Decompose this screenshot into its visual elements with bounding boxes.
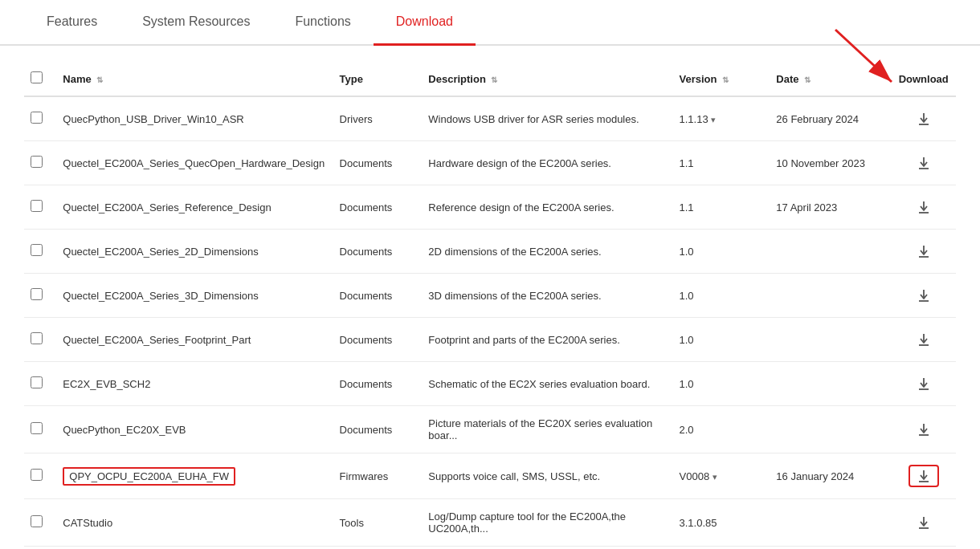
file-description: Log/Dump capture tool for the EC200A,the…	[422, 499, 672, 547]
version-dropdown-icon[interactable]: ▾	[711, 115, 716, 124]
row-checkbox[interactable]	[31, 515, 43, 527]
download-button[interactable]	[910, 329, 937, 350]
file-name: Quectel_EC200A_Series_QuecOpen_Hardware_…	[63, 157, 325, 169]
file-name: Quectel_EC200A_Series_2D_Dimensions	[63, 246, 259, 258]
file-description: Reference design of the EC200A series.	[422, 185, 672, 230]
row-checkbox[interactable]	[31, 156, 43, 168]
col-header-version[interactable]: Version ⇅	[673, 62, 770, 96]
tab-functions[interactable]: Functions	[272, 0, 373, 46]
file-type: Documents	[333, 141, 423, 185]
file-type: Documents	[333, 185, 423, 230]
file-name: Quectel_EC200A_Series_Reference_Design	[63, 201, 271, 214]
col-header-name[interactable]: Name ⇅	[56, 62, 333, 96]
file-type: Documents	[333, 230, 423, 274]
select-all-checkbox[interactable]	[31, 71, 43, 83]
download-button[interactable]	[910, 108, 937, 129]
file-type: Documents	[333, 318, 423, 362]
version-dropdown-icon[interactable]: ▾	[713, 472, 717, 482]
row-checkbox[interactable]	[31, 422, 43, 434]
col-header-download: Download	[891, 62, 956, 96]
file-version[interactable]: 1.1.13 ▾	[673, 96, 770, 141]
table-row: QuecPython_USB_Driver_Win10_ASRDriversWi…	[24, 96, 956, 141]
sort-icon-name: ⇅	[96, 75, 103, 84]
file-description: Footprint and parts of the EC200A series…	[422, 318, 672, 362]
table-row: Quectel_EC200A_Series_3D_DimensionsDocum…	[24, 274, 956, 318]
file-version: 1.0	[673, 230, 770, 274]
file-version: 1.0	[673, 362, 770, 406]
download-button[interactable]	[910, 512, 937, 533]
download-button[interactable]	[910, 152, 937, 173]
row-checkbox[interactable]	[31, 332, 43, 344]
file-type: Documents	[333, 274, 423, 318]
file-date: 17 April 2023	[770, 185, 891, 230]
tab-system-resources[interactable]: System Resources	[120, 0, 272, 46]
file-date: 10 November 2023	[770, 141, 891, 185]
file-type: Documents	[333, 406, 423, 453]
col-header-description[interactable]: Description ⇅	[422, 62, 672, 96]
download-icon	[917, 112, 931, 126]
col-header-date[interactable]: Date ⇅	[770, 62, 891, 96]
file-description: 3D dimensions of the EC200A series.	[422, 274, 672, 318]
file-name: Quectel_EC200A_Series_Footprint_Part	[63, 334, 251, 346]
col-header-checkbox	[24, 62, 56, 96]
file-type: Firmwares	[333, 453, 423, 499]
file-type: Documents	[333, 362, 423, 406]
file-version: 1.0	[673, 274, 770, 318]
tab-bar: FeaturesSystem ResourcesFunctionsDownloa…	[0, 0, 980, 46]
file-date	[770, 499, 891, 547]
file-description: Supports voice call, SMS, USSL, etc.	[422, 453, 672, 499]
table-row: CATStudioToolsLog/Dump capture tool for …	[24, 499, 956, 547]
row-checkbox[interactable]	[31, 200, 43, 212]
tabs-container: FeaturesSystem ResourcesFunctionsDownloa…	[0, 0, 980, 46]
file-name: CATStudio	[63, 517, 112, 529]
download-icon	[917, 376, 931, 391]
download-icon	[917, 422, 931, 437]
download-icon	[917, 288, 931, 303]
table-row: EC2X_EVB_SCH2DocumentsSchematic of the E…	[24, 362, 956, 406]
file-version: 1.1	[673, 141, 770, 185]
file-date	[770, 230, 891, 274]
row-checkbox[interactable]	[31, 376, 43, 388]
file-version: 3.1.0.85	[673, 499, 770, 547]
file-date	[770, 406, 891, 453]
download-icon	[917, 515, 931, 530]
file-name: QuecPython_USB_Driver_Win10_ASR	[63, 113, 243, 125]
file-version: 1.0	[673, 318, 770, 362]
file-description: Schematic of the EC2X series evaluation …	[422, 362, 672, 406]
download-button[interactable]	[909, 465, 939, 487]
download-icon	[917, 332, 931, 347]
file-name: EC2X_EVB_SCH2	[63, 378, 150, 390]
download-button[interactable]	[910, 241, 937, 262]
sort-icon-date: ⇅	[804, 75, 811, 84]
table-row: QuecPython_EC20X_EVBDocumentsPicture mat…	[24, 406, 956, 453]
file-date	[770, 274, 891, 318]
file-name: Quectel_EC200A_Series_3D_Dimensions	[63, 290, 259, 302]
row-checkbox[interactable]	[31, 469, 43, 481]
file-date	[770, 318, 891, 362]
file-version: 1.1	[673, 185, 770, 230]
download-button[interactable]	[910, 373, 937, 394]
sort-icon-version: ⇅	[722, 75, 729, 84]
row-checkbox[interactable]	[31, 244, 43, 256]
table-row: QPY_OCPU_EC200A_EUHA_FWFirmwaresSupports…	[24, 453, 956, 499]
table-wrapper: Name ⇅TypeDescription ⇅Version ⇅Date ⇅Do…	[24, 62, 956, 547]
download-button[interactable]	[910, 197, 937, 218]
tab-features[interactable]: Features	[24, 0, 120, 46]
table-row: Quectel_EC200A_Series_2D_DimensionsDocum…	[24, 230, 956, 274]
row-checkbox[interactable]	[31, 288, 43, 300]
file-description: 2D dimensions of the EC200A series.	[422, 230, 672, 274]
file-name: QuecPython_EC20X_EVB	[63, 424, 186, 436]
file-date: 26 February 2024	[770, 96, 891, 141]
table-row: Quectel_EC200A_Series_Reference_DesignDo…	[24, 185, 956, 230]
col-header-type: Type	[333, 62, 423, 96]
table-row: Quectel_EC200A_Series_QuecOpen_Hardware_…	[24, 141, 956, 185]
download-button[interactable]	[910, 285, 937, 306]
tab-download[interactable]: Download	[374, 0, 476, 46]
download-button[interactable]	[910, 419, 937, 440]
table-container: Name ⇅TypeDescription ⇅Version ⇅Date ⇅Do…	[0, 46, 980, 549]
file-date: 16 January 2024	[770, 453, 891, 499]
file-version[interactable]: V0008 ▾	[673, 453, 770, 499]
row-checkbox[interactable]	[31, 112, 43, 124]
download-icon	[917, 156, 931, 170]
file-version: 2.0	[673, 406, 770, 453]
